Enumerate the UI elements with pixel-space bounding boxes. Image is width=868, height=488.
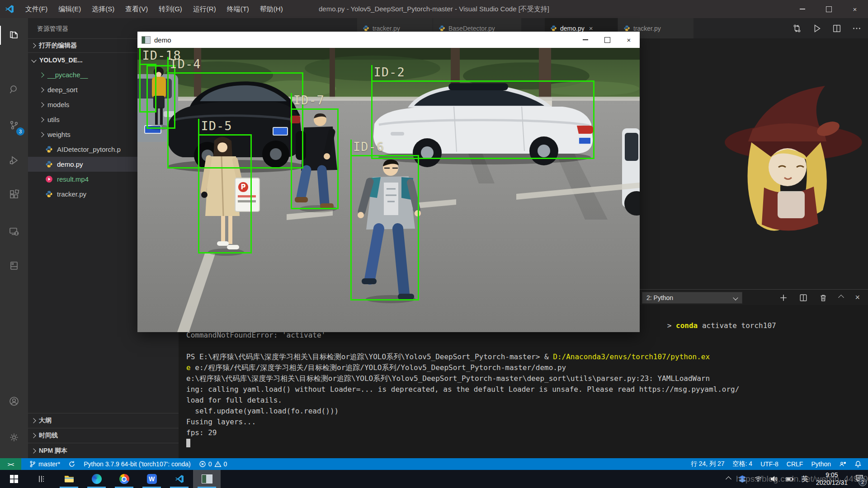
volume-icon[interactable] bbox=[770, 475, 778, 483]
demo-minimize-button[interactable] bbox=[575, 32, 596, 48]
detection-label: ID-7 bbox=[293, 93, 325, 108]
activity-source-control[interactable]: 3 bbox=[0, 114, 28, 136]
split-terminal-icon[interactable] bbox=[799, 294, 807, 302]
outline-section[interactable]: 大纲 bbox=[28, 413, 179, 428]
menu-item[interactable]: 查看(V) bbox=[120, 0, 153, 18]
split-editor-icon[interactable] bbox=[832, 23, 842, 33]
menu-item[interactable]: 运行(R) bbox=[188, 0, 222, 18]
file-explorer-button[interactable] bbox=[55, 470, 83, 488]
sync-icon bbox=[68, 460, 75, 468]
timeline-section[interactable]: 时间线 bbox=[28, 428, 179, 443]
start-button[interactable] bbox=[0, 470, 28, 488]
chrome-icon bbox=[119, 474, 129, 484]
chevron-right-icon bbox=[39, 117, 44, 122]
demo-window-titlebar[interactable]: demo × bbox=[137, 32, 640, 48]
maximize-icon bbox=[604, 37, 610, 43]
new-terminal-icon[interactable] bbox=[779, 294, 788, 302]
activity-settings[interactable] bbox=[0, 426, 28, 449]
terminal-selector-dropdown[interactable]: 2: Python bbox=[642, 292, 742, 304]
tab-label: BaseDetector.py bbox=[448, 25, 495, 32]
menu-item[interactable]: 转到(G) bbox=[153, 0, 188, 18]
language-mode-item[interactable]: Python bbox=[807, 458, 835, 470]
cloud-drive-icon[interactable] bbox=[738, 475, 746, 483]
demo-close-button[interactable]: × bbox=[618, 32, 640, 48]
activity-bar: 3 bbox=[0, 18, 28, 458]
menu-item[interactable]: 文件(F) bbox=[20, 0, 53, 18]
project-root-label: YOLOV5_DE... bbox=[39, 56, 83, 64]
tab-label: tracker.py bbox=[373, 25, 400, 32]
window-close-button[interactable]: × bbox=[842, 0, 868, 18]
activity-run-debug[interactable] bbox=[0, 149, 28, 172]
error-icon bbox=[199, 460, 206, 468]
python-interpreter-item[interactable]: Python 3.7.9 64-bit ('torch107': conda) bbox=[80, 458, 195, 470]
maximize-panel-icon[interactable] bbox=[839, 295, 844, 300]
kill-terminal-icon[interactable] bbox=[819, 294, 827, 302]
windows-start-icon bbox=[10, 475, 18, 483]
npm-scripts-section[interactable]: NPM 脚本 bbox=[28, 443, 179, 458]
more-actions-icon[interactable] bbox=[852, 23, 862, 33]
demo-maximize-button[interactable] bbox=[596, 32, 618, 48]
activity-notebook[interactable] bbox=[0, 254, 28, 277]
activity-remote-explorer[interactable] bbox=[0, 220, 28, 243]
action-center-button[interactable]: 2 bbox=[855, 474, 863, 484]
detection-overlay: ID-18ID-4ID-7ID-2ID-5ID-6 bbox=[137, 48, 640, 332]
activity-search[interactable] bbox=[0, 78, 28, 101]
python-file-icon bbox=[550, 25, 557, 32]
battery-icon[interactable] bbox=[786, 475, 794, 483]
activity-explorer[interactable] bbox=[0, 24, 28, 47]
terminal-line: e:\程序猿\代码库\深度学习相关\目标检测or追踪\YOLO系列\Yolov5… bbox=[186, 373, 865, 384]
tree-item-label: AIDetector_pytorch.p bbox=[57, 145, 121, 153]
encoding-item[interactable]: UTF-8 bbox=[756, 458, 783, 470]
files-icon bbox=[9, 30, 19, 41]
eol-item[interactable]: CRLF bbox=[783, 458, 807, 470]
menu-item[interactable]: 选择(S) bbox=[86, 0, 120, 18]
opencv-demo-window[interactable]: demo × bbox=[137, 32, 640, 332]
detection-box-ID-5: ID-5 bbox=[198, 134, 252, 253]
ime-indicator[interactable]: 英 bbox=[802, 475, 808, 483]
compare-changes-icon[interactable] bbox=[792, 23, 802, 33]
feedback-item[interactable] bbox=[835, 458, 850, 470]
tray-expand-icon[interactable] bbox=[726, 476, 731, 482]
sync-item[interactable] bbox=[64, 458, 80, 470]
notifications-item[interactable] bbox=[850, 458, 868, 470]
clock-date: 2020/12/31 bbox=[816, 479, 848, 487]
run-file-icon[interactable] bbox=[812, 23, 822, 33]
tab-close-icon[interactable]: × bbox=[589, 24, 593, 32]
task-view-button[interactable] bbox=[28, 470, 55, 488]
warning-icon bbox=[214, 460, 222, 468]
git-branch-item[interactable]: master* bbox=[25, 458, 64, 470]
vscode-taskbar-button[interactable] bbox=[165, 470, 193, 488]
wifi-icon[interactable] bbox=[754, 475, 762, 483]
close-panel-icon[interactable]: × bbox=[855, 293, 860, 302]
feedback-icon bbox=[839, 460, 846, 468]
tree-item-label: tracker.py bbox=[57, 190, 86, 198]
indentation-item[interactable]: 空格: 4 bbox=[729, 458, 757, 470]
python-file-icon bbox=[439, 25, 445, 32]
menu-item[interactable]: 终端(T) bbox=[222, 0, 255, 18]
detection-label: ID-2 bbox=[374, 65, 405, 80]
menu-item[interactable]: 帮助(H) bbox=[255, 0, 288, 18]
problems-item[interactable]: 0 0 bbox=[195, 458, 231, 470]
window-minimize-button[interactable] bbox=[789, 0, 816, 18]
menu-item[interactable]: 编辑(E) bbox=[53, 0, 86, 18]
chrome-button[interactable] bbox=[110, 470, 138, 488]
demo-window-icon bbox=[142, 36, 151, 44]
taskbar-clock[interactable]: 9:05 2020/12/31 bbox=[816, 471, 848, 487]
wps-button[interactable]: W bbox=[138, 470, 165, 488]
terminal-line bbox=[186, 341, 865, 352]
cursor-position-item[interactable]: 行 24, 列 27 bbox=[687, 458, 729, 470]
tab-label: demo.py bbox=[560, 25, 585, 32]
activity-extensions[interactable] bbox=[0, 183, 28, 206]
detection-box-ID-6: ID-6 bbox=[350, 155, 419, 300]
chevron-right-icon bbox=[31, 43, 36, 48]
detection-box-ID-2: ID-2 bbox=[371, 80, 594, 159]
demo-app-button[interactable] bbox=[193, 470, 221, 488]
activity-account[interactable] bbox=[0, 390, 28, 413]
window-maximize-button[interactable] bbox=[816, 0, 842, 18]
detection-box-ID-7: ID-7 bbox=[291, 108, 339, 209]
vscode-titlebar: 文件(F)编辑(E)选择(S)查看(V)转到(G)运行(R)终端(T)帮助(H)… bbox=[0, 0, 868, 18]
wallpaper-anime-character bbox=[710, 75, 868, 260]
edge-button[interactable] bbox=[83, 470, 110, 488]
remote-indicator[interactable]: >< bbox=[0, 458, 21, 470]
chevron-down-icon bbox=[733, 295, 738, 300]
